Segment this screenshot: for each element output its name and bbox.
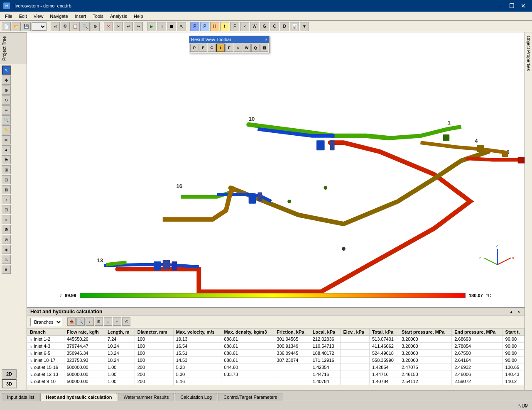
tab-heat-and-hydraulic-calculation[interactable]: Heat and hydraulic calculation	[40, 393, 117, 401]
gear-tool[interactable]: ⚙	[2, 225, 11, 234]
rt-g-btn[interactable]: G	[208, 44, 216, 52]
circle-tool[interactable]: ○	[2, 215, 11, 224]
flag-tool[interactable]: ⚑	[2, 155, 11, 164]
zoom-tool[interactable]: ⊕	[2, 85, 11, 95]
cut-btn[interactable]: ✂	[114, 22, 123, 31]
minimize-button[interactable]: −	[495, 2, 505, 10]
sort-btn[interactable]: ↕	[86, 317, 94, 326]
pump-tool[interactable]: ⊗	[2, 235, 11, 244]
align-tool[interactable]: ⊠	[2, 185, 11, 194]
heat-tool[interactable]: ♨	[2, 255, 11, 264]
project-tree-tab[interactable]: Project Tree	[0, 32, 27, 64]
tab-waterhammer-results[interactable]: Waterhammer Results	[118, 393, 174, 401]
tab-calculation-log[interactable]: Calculation Log	[175, 393, 217, 401]
measure-tool[interactable]: 📏	[2, 125, 11, 134]
magnify-tool[interactable]: 🔍	[2, 115, 11, 124]
undo-btn[interactable]: ↩	[124, 22, 133, 31]
print-panel-btn[interactable]: 🖨	[122, 317, 130, 326]
pipe-tool[interactable]: ━	[2, 105, 11, 115]
t-btn[interactable]: t	[220, 22, 229, 31]
table-row[interactable]: ↳inlet 6-5350946.3413.2410015.51888.6133…	[27, 350, 525, 357]
menu-item-view[interactable]: View	[30, 13, 47, 20]
p-btn[interactable]: P	[190, 22, 199, 31]
table-row[interactable]: ↳outlet 9-10500000.001.002005.161.407841…	[27, 378, 525, 385]
valve-tool[interactable]: ◈	[2, 245, 11, 254]
new-btn[interactable]: 📄	[2, 22, 11, 31]
object-properties-tab[interactable]: Object Properties	[525, 34, 532, 73]
more-btn[interactable]: ▼	[300, 22, 309, 31]
g-btn[interactable]: G	[260, 22, 269, 31]
rt-f-btn[interactable]: F	[225, 44, 233, 52]
view-combo[interactable]	[32, 22, 47, 31]
panel-pin-btn[interactable]: ▲	[508, 309, 515, 315]
d-btn[interactable]: D	[280, 22, 289, 31]
redo-btn[interactable]: ↪	[134, 22, 143, 31]
misc-tool[interactable]: ≡	[2, 265, 11, 274]
paste-btn[interactable]: 📋	[71, 22, 80, 31]
menu-item-file[interactable]: File	[2, 13, 16, 20]
snap-tool[interactable]: ⊟	[2, 175, 11, 184]
menu-item-analysis[interactable]: Analysis	[107, 13, 130, 20]
rt-x-btn[interactable]: ×	[234, 44, 242, 52]
rt-t-btn[interactable]: t	[216, 44, 225, 52]
canvas-viewport[interactable]: Result View Toolbar × P P G t F × W Q ▥	[27, 32, 525, 307]
table-row[interactable]: ↳inlet 1-2445550.267.2410019.13888.61301…	[27, 336, 525, 343]
export-btn[interactable]: 📤	[67, 317, 76, 326]
rotate-tool[interactable]: ↻	[2, 95, 11, 105]
view-3d-button[interactable]: 3D	[2, 379, 17, 388]
f-btn[interactable]: F	[230, 22, 239, 31]
result-toolbar-header[interactable]: Result View Toolbar ×	[189, 36, 269, 43]
node-tool[interactable]: ●	[2, 145, 11, 154]
collapse-btn[interactable]: ↔	[113, 317, 121, 326]
run-btn[interactable]: ▶	[147, 22, 156, 31]
mirror-tool[interactable]: ↕	[2, 195, 11, 204]
p2-btn[interactable]: P	[200, 22, 209, 31]
grid-tool[interactable]: ⊞	[2, 165, 11, 174]
rt-p2-btn[interactable]: P	[199, 44, 207, 52]
table-row[interactable]: ↳outlet 15-16500000.001.002005.23844.601…	[27, 364, 525, 371]
copy-btn[interactable]: ©	[61, 22, 70, 31]
result-toolbar-close[interactable]: ×	[265, 37, 267, 42]
close-button[interactable]: ✕	[518, 2, 529, 10]
restore-button[interactable]: ❐	[506, 2, 517, 10]
zoom-btn[interactable]: 🔍	[81, 22, 90, 31]
save-btn[interactable]: 💾	[22, 22, 31, 31]
table-row[interactable]: ↳outlet 12-13500000.001.002005.30833.731…	[27, 371, 525, 378]
rt-hash-btn[interactable]: ▥	[260, 44, 268, 52]
menu-item-navigate[interactable]: Navigate	[47, 13, 71, 20]
menu-item-help[interactable]: Help	[130, 13, 147, 20]
table-row[interactable]: ↳inlet 18-17323758.9318.2410014.53888.61…	[27, 357, 525, 364]
view-2d-button[interactable]: 2D	[2, 369, 17, 378]
w-btn[interactable]: W	[250, 22, 259, 31]
rt-p1-btn[interactable]: P	[190, 44, 199, 52]
data-table-wrapper[interactable]: BranchFlow rate, kg/hLength, mDiameter, …	[27, 328, 525, 390]
menu-item-edit[interactable]: Edit	[16, 13, 30, 20]
select-tool[interactable]: ↖	[2, 66, 11, 75]
open-btn[interactable]: 📂	[12, 22, 21, 31]
tab-input-data-list[interactable]: Input data list	[2, 393, 39, 401]
draw-tool[interactable]: ✏	[2, 135, 11, 144]
print-btn[interactable]: 🖨	[51, 22, 60, 31]
rt-w-btn[interactable]: W	[243, 44, 251, 52]
c-btn[interactable]: C	[270, 22, 279, 31]
cursor-btn[interactable]: ↖	[177, 22, 186, 31]
table-row[interactable]: ↳inlet 4-3379744.4710.2410016.54888.6130…	[27, 343, 525, 350]
delete-btn[interactable]: ✕	[104, 22, 113, 31]
stop-btn[interactable]: ⏹	[167, 22, 176, 31]
tab-control/target-parameters[interactable]: Control/Target Parameters	[218, 393, 282, 401]
pause-btn[interactable]: ⏸	[157, 22, 166, 31]
dimension-tool[interactable]: ⊡	[2, 205, 11, 214]
settings-btn[interactable]: ⚙	[91, 22, 100, 31]
chart-btn[interactable]: 📊	[290, 22, 299, 31]
filter-btn[interactable]: 🔍	[76, 317, 85, 326]
expand-btn[interactable]: ↕	[104, 317, 112, 326]
menu-item-tools[interactable]: Tools	[89, 13, 107, 20]
pan-tool[interactable]: ✥	[2, 76, 11, 85]
h-btn[interactable]: H	[210, 22, 219, 31]
menu-item-insert[interactable]: Insert	[71, 13, 90, 20]
rt-q-btn[interactable]: Q	[251, 44, 260, 52]
x-btn[interactable]: ×	[240, 22, 249, 31]
group-btn[interactable]: ⊞	[95, 317, 103, 326]
branches-dropdown[interactable]: BranchesNodes	[30, 318, 62, 326]
panel-close-btn[interactable]: ×	[516, 309, 521, 315]
